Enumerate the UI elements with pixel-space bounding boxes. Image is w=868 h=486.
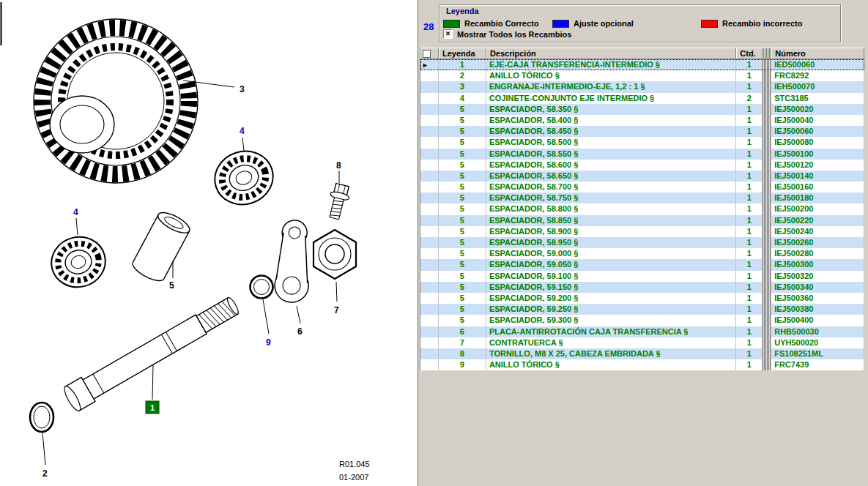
table-row[interactable]: ► 5 ESPACIADOR, 59.200 § 1 IEJ500360 xyxy=(420,293,864,304)
table-row[interactable]: ► 2 ANILLO TÓRICO § 1 FRC8292 xyxy=(420,70,864,81)
column-header-descripcion[interactable]: Descripción xyxy=(486,48,736,59)
cell-ctd[interactable]: 1 xyxy=(736,337,763,348)
show-all-label[interactable]: Mostrar Todos los Recambios xyxy=(457,30,571,39)
row-gutter-cell[interactable]: ► xyxy=(420,226,439,237)
row-gutter-cell[interactable]: ► xyxy=(420,326,439,337)
cell-descripcion[interactable]: ESPACIADOR, 58.950 § xyxy=(486,237,736,248)
cell-descripcion[interactable]: ESPACIADOR, 59.200 § xyxy=(486,293,736,304)
cell-leyenda[interactable]: 4 xyxy=(439,93,486,104)
cell-leyenda[interactable]: 3 xyxy=(439,81,486,92)
cell-leyenda[interactable]: 5 xyxy=(439,282,486,293)
table-row[interactable]: ► 5 ESPACIADOR, 58.350 § 1 IEJ500020 xyxy=(420,104,864,115)
cell-numero[interactable]: IEJ500300 xyxy=(771,259,864,270)
cell-leyenda[interactable]: 5 xyxy=(439,115,486,126)
cell-descripcion[interactable]: ESPACIADOR, 59.150 § xyxy=(486,282,736,293)
spacer-part[interactable] xyxy=(130,209,193,285)
cell-numero[interactable]: IEJ500140 xyxy=(771,171,864,182)
cell-ctd[interactable]: 1 xyxy=(736,81,763,92)
cell-leyenda[interactable]: 5 xyxy=(439,226,486,237)
cell-descripcion[interactable]: TORNILLO, M8 X 25, CABEZA EMBRIDADA § xyxy=(486,348,736,359)
cell-leyenda[interactable]: 8 xyxy=(439,348,486,359)
table-row[interactable]: ► 5 ESPACIADOR, 59.100 § 1 IEJ500320 xyxy=(420,271,864,282)
column-header-numero[interactable]: Número xyxy=(771,48,864,59)
callout-3[interactable]: 3 xyxy=(240,84,245,94)
row-gutter-cell[interactable]: ► xyxy=(420,282,439,293)
cell-descripcion[interactable]: ANILLO TÓRICO § xyxy=(486,359,736,370)
row-selector-header[interactable] xyxy=(420,48,439,59)
row-gutter-cell[interactable]: ► xyxy=(420,137,439,148)
cell-descripcion[interactable]: ESPACIADOR, 58.450 § xyxy=(486,126,736,137)
table-row[interactable]: ► 9 ANILLO TÓRICO § 1 FRC7439 xyxy=(420,359,864,370)
row-gutter-cell[interactable]: ► xyxy=(420,93,439,104)
table-row[interactable]: ► 1 EJE-CAJA TRANSFERENCIA-INTERMEDIO § … xyxy=(420,59,864,70)
table-row[interactable]: ► 5 ESPACIADOR, 58.550 § 1 IEJ500100 xyxy=(420,149,864,160)
cell-leyenda[interactable]: 5 xyxy=(439,248,486,259)
cell-ctd[interactable]: 1 xyxy=(736,182,763,192)
table-row[interactable]: ► 3 ENGRANAJE-INTERMEDIO-EJE, 1,2 : 1 § … xyxy=(420,81,864,92)
cell-descripcion[interactable]: ENGRANAJE-INTERMEDIO-EJE, 1,2 : 1 § xyxy=(486,81,736,92)
cell-numero[interactable]: IEJ500080 xyxy=(771,137,864,148)
cell-leyenda[interactable]: 5 xyxy=(439,104,486,115)
cell-numero[interactable]: IEJ500060 xyxy=(771,126,864,137)
cell-ctd[interactable]: 1 xyxy=(736,171,763,182)
cell-numero[interactable]: FS108251ML xyxy=(771,348,864,359)
cell-numero[interactable]: UYH500020 xyxy=(771,337,864,348)
table-row[interactable]: ► 5 ESPACIADOR, 59.150 § 1 IEJ500340 xyxy=(420,282,864,293)
cell-leyenda[interactable]: 6 xyxy=(439,326,486,337)
table-row[interactable]: ► 5 ESPACIADOR, 58.700 § 1 IEJ500160 xyxy=(420,182,864,192)
row-gutter-cell[interactable]: ► xyxy=(420,70,439,81)
table-row[interactable]: ► 5 ESPACIADOR, 59.050 § 1 IEJ500300 xyxy=(420,259,864,270)
table-row[interactable]: ► 6 PLACA-ANTIRROTACIÓN CAJA TRANSFERENC… xyxy=(420,326,864,337)
cell-descripcion[interactable]: ESPACIADOR, 58.750 § xyxy=(486,192,736,203)
cell-numero[interactable]: IEJ500320 xyxy=(771,271,864,282)
row-gutter-cell[interactable]: ► xyxy=(420,237,439,248)
row-gutter-cell[interactable]: ► xyxy=(420,359,439,370)
cell-numero[interactable]: IEJ500120 xyxy=(771,160,864,171)
cell-leyenda[interactable]: 1 xyxy=(439,59,486,70)
cell-descripcion[interactable]: ESPACIADOR, 58.650 § xyxy=(486,171,736,182)
select-all-checkbox[interactable] xyxy=(423,50,431,58)
row-gutter-cell[interactable]: ► xyxy=(420,315,439,326)
cell-leyenda[interactable]: 5 xyxy=(439,203,486,214)
callout-6[interactable]: 6 xyxy=(297,326,303,337)
table-row[interactable]: ► 5 ESPACIADOR, 58.750 § 1 IEJ500180 xyxy=(420,192,864,203)
cell-ctd[interactable]: 1 xyxy=(736,304,763,315)
cell-ctd[interactable]: 1 xyxy=(736,137,763,148)
cell-descripcion[interactable]: ESPACIADOR, 58.700 § xyxy=(486,182,736,192)
cell-descripcion[interactable]: ESPACIADOR, 59.250 § xyxy=(486,304,736,315)
cell-descripcion[interactable]: ESPACIADOR, 58.600 § xyxy=(486,160,736,171)
callout-7[interactable]: 7 xyxy=(334,305,339,315)
callout-2[interactable]: 2 xyxy=(42,468,48,479)
bolt-part[interactable] xyxy=(325,183,352,221)
row-gutter-cell[interactable]: ► xyxy=(420,104,439,115)
cell-numero[interactable]: FRC7439 xyxy=(771,359,864,370)
row-gutter-cell[interactable]: ► xyxy=(420,203,439,214)
table-row[interactable]: ► 7 CONTRATUERCA § 1 UYH500020 xyxy=(420,337,864,348)
cell-ctd[interactable]: 1 xyxy=(736,115,763,126)
cell-numero[interactable]: IEJ500360 xyxy=(771,293,864,304)
cell-descripcion[interactable]: ANILLO TÓRICO § xyxy=(486,70,736,81)
cell-numero[interactable]: IEJ500280 xyxy=(771,248,864,259)
table-row[interactable]: ► 5 ESPACIADOR, 58.500 § 1 IEJ500080 xyxy=(420,137,864,148)
cell-ctd[interactable]: 1 xyxy=(736,271,763,282)
cell-ctd[interactable]: 1 xyxy=(736,326,763,337)
plate-part[interactable] xyxy=(272,219,317,304)
cell-descripcion[interactable]: ESPACIADOR, 58.550 § xyxy=(486,149,736,160)
table-row[interactable]: ► 5 ESPACIADOR, 58.400 § 1 IEJ500040 xyxy=(420,115,864,126)
cell-ctd[interactable]: 1 xyxy=(736,282,763,293)
cell-ctd[interactable]: 2 xyxy=(736,93,763,104)
table-row[interactable]: ► 8 TORNILLO, M8 X 25, CABEZA EMBRIDADA … xyxy=(420,348,864,359)
cell-ctd[interactable]: 1 xyxy=(736,359,763,370)
cell-numero[interactable]: IEJ500380 xyxy=(771,304,864,315)
row-gutter-cell[interactable]: ► xyxy=(420,304,439,315)
row-gutter-cell[interactable]: ► xyxy=(420,348,439,359)
callout-4-lower[interactable]: 4 xyxy=(73,207,78,217)
cell-numero[interactable]: IEJ500400 xyxy=(771,315,864,326)
cell-numero[interactable]: IEJ500200 xyxy=(771,203,864,214)
callout-9[interactable]: 9 xyxy=(266,337,271,348)
callout-4-upper[interactable]: 4 xyxy=(240,126,245,136)
cell-leyenda[interactable]: 5 xyxy=(439,171,486,182)
cell-leyenda[interactable]: 5 xyxy=(439,149,486,160)
cell-numero[interactable]: IEJ500100 xyxy=(771,149,864,160)
row-gutter-cell[interactable]: ► xyxy=(420,182,439,192)
